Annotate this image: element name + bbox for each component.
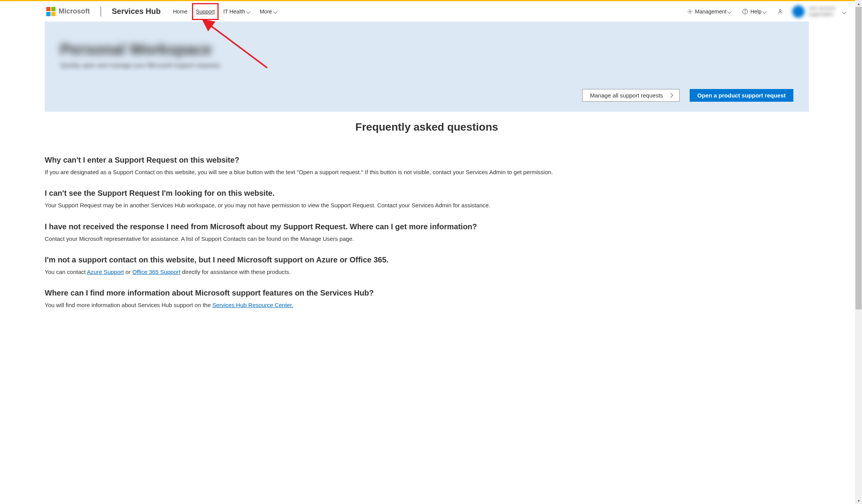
microsoft-logo[interactable]: Microsoft [46, 7, 90, 16]
resource-center-link[interactable]: Services Hub Resource Center. [212, 302, 293, 308]
user-text: user account organization [808, 5, 835, 17]
faq-answer: Your Support Request may be in another S… [45, 201, 809, 210]
faq-item: Why can't I enter a Support Request on t… [45, 156, 809, 176]
faq-question: Where can I find more information about … [45, 289, 809, 297]
azure-support-link[interactable]: Azure Support [87, 269, 124, 275]
scrollbar-thumb[interactable] [855, 7, 862, 309]
scroll-up-arrow-icon[interactable]: ▴ [855, 0, 862, 7]
nav-ithealth-label: IT Health [223, 8, 245, 15]
svg-point-3 [780, 9, 781, 11]
help-icon [742, 8, 749, 15]
primary-nav: Home Support IT Health More [172, 7, 279, 16]
faq-answer: You can contact Azure Support or Office … [45, 267, 809, 276]
open-request-button[interactable]: Open a product support request [690, 89, 793, 102]
microsoft-logo-icon [46, 7, 56, 16]
feedback-icon [777, 8, 784, 15]
faq-item: Where can I find more information about … [45, 289, 809, 309]
gear-icon [687, 8, 694, 15]
faq-answer: You will find more information about Ser… [45, 301, 809, 309]
workspace-banner: Personal Workspace Quickly open and mana… [45, 22, 809, 112]
banner-actions: Manage all support requests Open a produ… [60, 89, 793, 102]
faq-question: I'm not a support contact on this websit… [45, 255, 809, 264]
faq-question: Why can't I enter a Support Request on t… [45, 156, 809, 165]
top-header: Microsoft Services Hub Home Support IT H… [0, 0, 855, 22]
user-menu[interactable]: user account organization [792, 5, 835, 18]
nav-more[interactable]: More [259, 7, 279, 16]
chevron-down-icon [728, 9, 732, 14]
nav-help[interactable]: Help [741, 7, 768, 17]
faq-question: I can't see the Support Request I'm look… [45, 189, 809, 198]
faq-answer: Contact your Microsoft representative fo… [45, 234, 809, 243]
banner-title: Personal Workspace [60, 41, 793, 58]
nav-help-label: Help [750, 8, 761, 15]
manage-requests-button[interactable]: Manage all support requests [582, 89, 680, 102]
product-title[interactable]: Services Hub [112, 7, 161, 16]
nav-management[interactable]: Management [686, 7, 734, 17]
faq-item: I can't see the Support Request I'm look… [45, 189, 809, 210]
office365-support-link[interactable]: Office 365 Support [132, 269, 180, 275]
header-divider [101, 7, 101, 17]
faq-answer: If you are designated as a Support Conta… [45, 168, 809, 176]
svg-point-2 [745, 13, 746, 13]
faq-section: Frequently asked questions Why can't I e… [0, 112, 855, 337]
nav-home[interactable]: Home [172, 7, 188, 16]
svg-point-0 [689, 10, 691, 12]
nav-management-label: Management [695, 8, 727, 15]
banner-subtitle: Quickly open and manage your Microsoft s… [60, 62, 793, 69]
chevron-down-icon[interactable] [843, 9, 847, 14]
faq-item: I have not received the response I need … [45, 222, 809, 243]
faq-heading: Frequently asked questions [45, 121, 809, 133]
scrollbar[interactable]: ▴ ▾ [855, 0, 862, 337]
faq-question: I have not received the response I need … [45, 222, 809, 231]
chevron-down-icon [274, 9, 278, 14]
nav-ithealth[interactable]: IT Health [222, 7, 252, 16]
manage-requests-label: Manage all support requests [590, 92, 663, 99]
microsoft-logo-text: Microsoft [59, 7, 90, 15]
chevron-down-icon [247, 9, 251, 14]
feedback-button[interactable] [776, 7, 785, 17]
avatar [792, 5, 805, 18]
chevron-down-icon [763, 9, 768, 14]
faq-item: I'm not a support contact on this websit… [45, 255, 809, 276]
nav-support[interactable]: Support [195, 7, 216, 16]
header-right: Management Help user account organiz [686, 5, 855, 18]
nav-more-label: More [260, 8, 272, 15]
